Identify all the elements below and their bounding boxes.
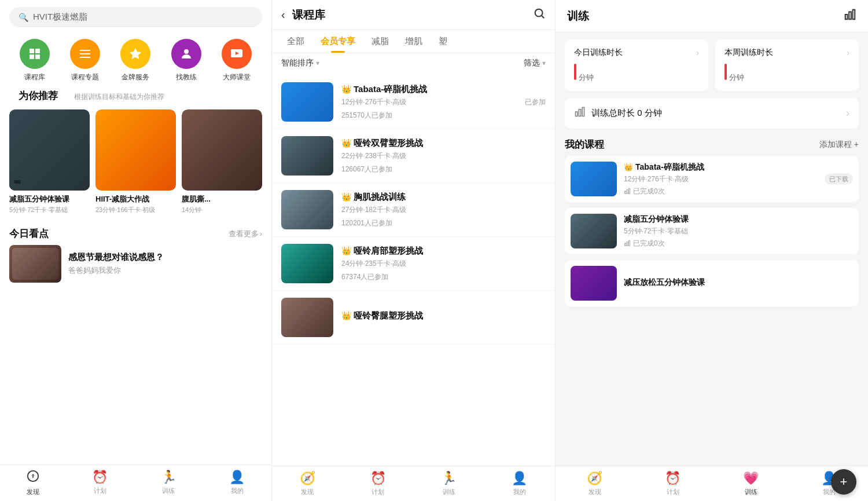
news-content: 感恩节最想对谁说感恩？ 爸爸妈妈我爱你 [68,252,164,276]
course-item-4[interactable]: 👑 哑铃臀腿塑形挑战 [272,291,555,345]
course-info-4: 👑 哑铃臀腿塑形挑战 [341,310,538,325]
mid-header: ‹ 课程库 [272,0,555,30]
card-1[interactable]: HIIT-减脂大作战 23分钟·166千卡·初级 [95,109,176,218]
stat-today-unit: 分钟 [579,72,594,83]
crown-4: 👑 [341,311,351,320]
my-course-name-1: 减脂五分钟体验课 [624,214,853,225]
my-course-name-2: 减压放松五分钟体验课 [624,277,853,288]
course-list: 👑 Tabata-碎脂机挑战 12分钟·276千卡·高级 251570人已参加 … [272,73,555,466]
mid-plan-icon: ⏰ [370,471,386,486]
svg-rect-16 [579,109,580,116]
tab-all[interactable]: 全部 [279,30,312,53]
left-nav-train[interactable]: 🏃 训练 [161,470,176,496]
icon-label-0: 课程库 [24,72,45,82]
icon-gold-service[interactable]: 金牌服务 [120,39,150,82]
news-more-btn[interactable]: 查看更多 › [229,229,262,239]
tab-muscle[interactable]: 增肌 [397,30,431,53]
card-meta-0: 5分钟·72千卡·零基础 [9,206,90,214]
add-course-button[interactable]: 添加课程 + [819,140,859,150]
bar-chart-icon [574,106,586,120]
mid-nav-train[interactable]: 🏃 训练 [441,471,457,496]
my-course-item-1[interactable]: 减脂五分钟体验课 5分钟·72千卡·零基础 已完成0次 [565,208,859,254]
svg-rect-2 [30,54,34,59]
tab-member[interactable]: 会员专享 [312,30,363,53]
course-name-1: 👑 哑铃双臂塑形挑战 [341,138,538,149]
search-bar[interactable]: 🔍 HVIT极速燃脂 [9,7,262,27]
svg-rect-18 [625,191,626,194]
course-item-1[interactable]: 👑 哑铃双臂塑形挑战 22分钟·238千卡·高级 126067人已参加 [272,129,555,183]
card-0[interactable]: 减脂五分钟体验课 5分钟·72千卡·零基础 [9,109,90,218]
left-nav-mine[interactable]: 👤 我的 [229,470,245,496]
my-course-item-2[interactable]: 减压放松五分钟体验课 [565,260,859,306]
discover-icon [27,470,39,486]
find-coach-icon [171,39,201,69]
mid-nav-discover[interactable]: 🧭 发现 [300,471,315,496]
recommend-title: 为你推荐 [9,86,67,104]
search-icon: 🔍 [19,13,28,22]
plan-icon: ⏰ [92,470,108,485]
right-nav-train[interactable]: 💗 训练 [743,471,759,496]
recommend-header: 为你推荐 根据训练目标和基础为你推荐 [0,89,271,105]
course-participants-0: 251570人已参加 [341,111,517,120]
left-nav-discover[interactable]: 发现 [27,470,39,496]
right-nav-discover[interactable]: 🧭 发现 [587,471,602,496]
stats-icon[interactable] [844,8,856,24]
recommend-subtitle: 根据训练目标和基础为你推荐 [74,93,164,101]
course-item-2[interactable]: 👑 胸肌挑战训练 27分钟·182千卡·高级 120201人已参加 [272,183,555,237]
my-courses-title: 我的课程 [565,138,604,151]
right-nav-plan[interactable]: ⏰ 计划 [665,471,681,496]
card-2[interactable]: 腹肌撕... 14分钟· [182,109,262,218]
svg-marker-8 [31,474,35,476]
left-nav-plan-label: 计划 [94,487,106,495]
left-nav-plan[interactable]: ⏰ 计划 [92,470,108,496]
course-participants-1: 126067人已参加 [341,164,538,174]
my-course-thumb-1 [571,214,617,248]
course-participants-3: 67374人已参加 [341,272,538,282]
news-item[interactable]: 感恩节最想对谁说感恩？ 爸爸妈妈我爱你 [9,245,262,283]
course-name-4: 👑 哑铃臀腿塑形挑战 [341,310,538,321]
tab-shape[interactable]: 塑 [431,30,455,53]
mid-mine-icon: 👤 [512,471,527,486]
filter-sort-btn[interactable]: 智能排序 ▾ [281,58,319,68]
svg-rect-21 [625,243,626,246]
stat-week-value-row: 分钟 [724,64,849,83]
news-sub: 爸爸妈妈我爱你 [68,265,164,276]
crown-2: 👑 [341,192,351,202]
my-course-info-0: 👑 Tabata-碎脂机挑战 12分钟·276千卡·高级 已完成0次 [624,162,853,196]
right-title: 训练 [567,9,589,24]
right-panel: 训练 今日训练时长 › 分钟 本周训练时长 › 分钟 [556,0,868,501]
total-time-card[interactable]: 训练总时长 0 分钟 › [565,98,859,129]
my-courses-header: 我的课程 添加课程 + [556,129,868,156]
left-panel: 🔍 HVIT极速燃脂 课程库 课程专题 金牌服务 找教练 [0,0,272,501]
fab-button[interactable]: + [831,469,856,495]
master-class-icon [222,39,252,69]
card-meta-1: 23分钟·166千卡·初级 [95,206,176,214]
my-course-item-0[interactable]: 👑 Tabata-碎脂机挑战 12分钟·276千卡·高级 已完成0次 已下载 [565,156,859,202]
left-nav-discover-label: 发现 [27,488,39,496]
left-bottom-nav: 发现 ⏰ 计划 🏃 训练 👤 我的 [0,465,271,501]
mid-nav-plan-label: 计划 [372,488,384,496]
course-item-3[interactable]: 👑 哑铃肩部塑形挑战 24分钟·235千卡·高级 67374人已参加 [272,237,555,291]
icon-master-class[interactable]: 大师课堂 [222,39,252,82]
course-item-0[interactable]: 👑 Tabata-碎脂机挑战 12分钟·276千卡·高级 251570人已参加 … [272,75,555,129]
screen-label: 筛选 [524,58,540,68]
back-button[interactable]: ‹ [281,8,285,21]
icon-grid: 课程库 课程专题 金牌服务 找教练 大师课堂 [0,34,271,89]
icon-course-topic[interactable]: 课程专题 [70,39,100,82]
mid-nav-plan[interactable]: ⏰ 计划 [370,471,386,496]
icon-find-coach[interactable]: 找教练 [171,39,201,82]
stat-card-week[interactable]: 本周训练时长 › 分钟 [715,39,859,91]
mid-search-icon[interactable] [533,7,546,23]
svg-rect-3 [35,54,40,59]
mid-nav-mine[interactable]: 👤 我的 [512,471,527,496]
my-course-stat-0: 已完成0次 [624,186,853,196]
icon-course-lib[interactable]: 课程库 [20,39,50,82]
news-headline: 感恩节最想对谁说感恩？ [68,252,164,263]
filter-screen-btn[interactable]: 筛选 ▾ [524,58,546,68]
tab-fatburn[interactable]: 减脂 [363,30,397,53]
left-nav-train-label: 训练 [162,487,175,495]
icon-label-2: 金牌服务 [122,72,149,82]
stat-card-today[interactable]: 今日训练时长 › 分钟 [565,39,708,91]
course-name-0: 👑 Tabata-碎脂机挑战 [341,84,517,95]
course-lib-icon [20,39,50,69]
